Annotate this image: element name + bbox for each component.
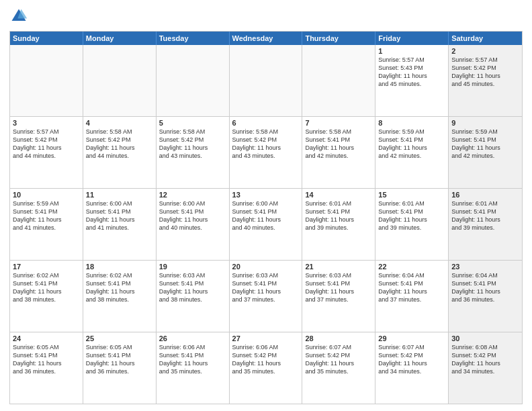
cell-info: Sunrise: 6:03 AM Sunset: 5:41 PM Dayligh… bbox=[305, 271, 372, 304]
day-number: 13 bbox=[232, 191, 300, 199]
cell-info: Sunrise: 5:59 AM Sunset: 5:41 PM Dayligh… bbox=[13, 199, 80, 232]
cell-info: Sunrise: 6:02 AM Sunset: 5:41 PM Dayligh… bbox=[13, 271, 80, 304]
calendar-cell: 16Sunrise: 6:01 AM Sunset: 5:41 PM Dayli… bbox=[449, 189, 522, 260]
day-number: 19 bbox=[159, 263, 226, 271]
cell-info: Sunrise: 6:04 AM Sunset: 5:41 PM Dayligh… bbox=[378, 271, 445, 304]
calendar-row: 10Sunrise: 5:59 AM Sunset: 5:41 PM Dayli… bbox=[10, 188, 522, 260]
day-number: 20 bbox=[232, 263, 300, 271]
day-number: 21 bbox=[305, 263, 372, 271]
weekday-header: Thursday bbox=[302, 32, 375, 45]
cell-info: Sunrise: 6:02 AM Sunset: 5:41 PM Dayligh… bbox=[86, 271, 153, 304]
cell-info: Sunrise: 6:03 AM Sunset: 5:41 PM Dayligh… bbox=[232, 271, 300, 304]
weekday-header: Monday bbox=[83, 32, 157, 45]
weekday-header: Saturday bbox=[449, 32, 522, 45]
day-number: 16 bbox=[451, 191, 519, 199]
calendar-cell: 7Sunrise: 5:58 AM Sunset: 5:41 PM Daylig… bbox=[302, 117, 375, 188]
day-number: 28 bbox=[305, 334, 372, 342]
cell-info: Sunrise: 5:57 AM Sunset: 5:42 PM Dayligh… bbox=[451, 56, 519, 89]
calendar-cell: 6Sunrise: 5:58 AM Sunset: 5:42 PM Daylig… bbox=[230, 117, 303, 188]
calendar-cell: 3Sunrise: 5:57 AM Sunset: 5:42 PM Daylig… bbox=[10, 117, 83, 188]
day-number: 18 bbox=[86, 263, 153, 271]
day-number: 7 bbox=[305, 119, 372, 127]
calendar-cell: 8Sunrise: 5:59 AM Sunset: 5:41 PM Daylig… bbox=[375, 117, 449, 188]
calendar-header: SundayMondayTuesdayWednesdayThursdayFrid… bbox=[10, 32, 522, 45]
day-number: 24 bbox=[13, 334, 80, 342]
cell-info: Sunrise: 5:59 AM Sunset: 5:41 PM Dayligh… bbox=[451, 128, 519, 161]
calendar-cell: 25Sunrise: 6:05 AM Sunset: 5:41 PM Dayli… bbox=[83, 332, 157, 404]
day-number: 26 bbox=[159, 334, 226, 342]
cell-info: Sunrise: 6:06 AM Sunset: 5:41 PM Dayligh… bbox=[159, 343, 226, 376]
weekday-header: Sunday bbox=[10, 32, 83, 45]
day-number: 12 bbox=[159, 191, 226, 199]
cell-info: Sunrise: 6:07 AM Sunset: 5:42 PM Dayligh… bbox=[305, 343, 372, 376]
cell-info: Sunrise: 6:01 AM Sunset: 5:41 PM Dayligh… bbox=[378, 199, 445, 232]
day-number: 10 bbox=[13, 191, 80, 199]
cell-info: Sunrise: 5:58 AM Sunset: 5:42 PM Dayligh… bbox=[159, 128, 226, 161]
day-number: 8 bbox=[378, 119, 445, 127]
logo bbox=[9, 7, 31, 26]
calendar-cell: 2Sunrise: 5:57 AM Sunset: 5:42 PM Daylig… bbox=[449, 45, 522, 116]
calendar-cell: 29Sunrise: 6:07 AM Sunset: 5:42 PM Dayli… bbox=[375, 332, 449, 404]
cell-info: Sunrise: 5:59 AM Sunset: 5:41 PM Dayligh… bbox=[378, 128, 445, 161]
calendar-cell: 14Sunrise: 6:01 AM Sunset: 5:41 PM Dayli… bbox=[302, 189, 375, 260]
day-number: 2 bbox=[451, 47, 519, 55]
calendar-body: 1Sunrise: 5:57 AM Sunset: 5:43 PM Daylig… bbox=[10, 45, 522, 404]
logo-icon bbox=[9, 7, 28, 26]
cell-info: Sunrise: 6:05 AM Sunset: 5:41 PM Dayligh… bbox=[86, 343, 153, 376]
cell-info: Sunrise: 5:58 AM Sunset: 5:42 PM Dayligh… bbox=[86, 128, 153, 161]
day-number: 11 bbox=[86, 191, 153, 199]
day-number: 30 bbox=[451, 334, 519, 342]
calendar-cell bbox=[230, 45, 303, 116]
calendar-row: 1Sunrise: 5:57 AM Sunset: 5:43 PM Daylig… bbox=[10, 45, 522, 116]
calendar-cell: 5Sunrise: 5:58 AM Sunset: 5:42 PM Daylig… bbox=[157, 117, 230, 188]
cell-info: Sunrise: 6:07 AM Sunset: 5:42 PM Dayligh… bbox=[378, 343, 445, 376]
day-number: 14 bbox=[305, 191, 372, 199]
calendar-cell bbox=[10, 45, 83, 116]
day-number: 17 bbox=[13, 263, 80, 271]
calendar-cell: 11Sunrise: 6:00 AM Sunset: 5:41 PM Dayli… bbox=[83, 189, 157, 260]
calendar-cell bbox=[83, 45, 157, 116]
weekday-header: Friday bbox=[375, 32, 449, 45]
calendar-cell: 19Sunrise: 6:03 AM Sunset: 5:41 PM Dayli… bbox=[157, 261, 230, 332]
cell-info: Sunrise: 6:05 AM Sunset: 5:41 PM Dayligh… bbox=[13, 343, 80, 376]
cell-info: Sunrise: 6:00 AM Sunset: 5:41 PM Dayligh… bbox=[232, 199, 300, 232]
calendar-row: 3Sunrise: 5:57 AM Sunset: 5:42 PM Daylig… bbox=[10, 116, 522, 188]
calendar-cell: 26Sunrise: 6:06 AM Sunset: 5:41 PM Dayli… bbox=[157, 332, 230, 404]
day-number: 5 bbox=[159, 119, 226, 127]
calendar: SundayMondayTuesdayWednesdayThursdayFrid… bbox=[9, 31, 523, 404]
calendar-cell: 24Sunrise: 6:05 AM Sunset: 5:41 PM Dayli… bbox=[10, 332, 83, 404]
weekday-header: Tuesday bbox=[157, 32, 230, 45]
calendar-cell: 18Sunrise: 6:02 AM Sunset: 5:41 PM Dayli… bbox=[83, 261, 157, 332]
day-number: 9 bbox=[451, 119, 519, 127]
calendar-cell: 30Sunrise: 6:08 AM Sunset: 5:42 PM Dayli… bbox=[449, 332, 522, 404]
calendar-cell: 20Sunrise: 6:03 AM Sunset: 5:41 PM Dayli… bbox=[230, 261, 303, 332]
cell-info: Sunrise: 5:57 AM Sunset: 5:43 PM Dayligh… bbox=[378, 56, 445, 89]
cell-info: Sunrise: 6:08 AM Sunset: 5:42 PM Dayligh… bbox=[451, 343, 519, 376]
calendar-cell: 28Sunrise: 6:07 AM Sunset: 5:42 PM Dayli… bbox=[302, 332, 375, 404]
cell-info: Sunrise: 5:58 AM Sunset: 5:41 PM Dayligh… bbox=[305, 128, 372, 161]
day-number: 3 bbox=[13, 119, 80, 127]
day-number: 29 bbox=[378, 334, 445, 342]
cell-info: Sunrise: 6:06 AM Sunset: 5:42 PM Dayligh… bbox=[232, 343, 300, 376]
day-number: 1 bbox=[378, 47, 445, 55]
day-number: 15 bbox=[378, 191, 445, 199]
calendar-cell: 13Sunrise: 6:00 AM Sunset: 5:41 PM Dayli… bbox=[230, 189, 303, 260]
day-number: 23 bbox=[451, 263, 519, 271]
day-number: 4 bbox=[86, 119, 153, 127]
cell-info: Sunrise: 5:58 AM Sunset: 5:42 PM Dayligh… bbox=[232, 128, 300, 161]
calendar-cell: 15Sunrise: 6:01 AM Sunset: 5:41 PM Dayli… bbox=[375, 189, 449, 260]
cell-info: Sunrise: 6:01 AM Sunset: 5:41 PM Dayligh… bbox=[451, 199, 519, 232]
calendar-cell: 12Sunrise: 6:00 AM Sunset: 5:41 PM Dayli… bbox=[157, 189, 230, 260]
calendar-cell: 10Sunrise: 5:59 AM Sunset: 5:41 PM Dayli… bbox=[10, 189, 83, 260]
weekday-header: Wednesday bbox=[230, 32, 303, 45]
calendar-row: 17Sunrise: 6:02 AM Sunset: 5:41 PM Dayli… bbox=[10, 260, 522, 332]
cell-info: Sunrise: 6:04 AM Sunset: 5:41 PM Dayligh… bbox=[451, 271, 519, 304]
day-number: 6 bbox=[232, 119, 300, 127]
calendar-cell bbox=[302, 45, 375, 116]
calendar-cell: 21Sunrise: 6:03 AM Sunset: 5:41 PM Dayli… bbox=[302, 261, 375, 332]
calendar-cell: 23Sunrise: 6:04 AM Sunset: 5:41 PM Dayli… bbox=[449, 261, 522, 332]
calendar-cell: 9Sunrise: 5:59 AM Sunset: 5:41 PM Daylig… bbox=[449, 117, 522, 188]
cell-info: Sunrise: 5:57 AM Sunset: 5:42 PM Dayligh… bbox=[13, 128, 80, 161]
cell-info: Sunrise: 6:00 AM Sunset: 5:41 PM Dayligh… bbox=[86, 199, 153, 232]
cell-info: Sunrise: 6:00 AM Sunset: 5:41 PM Dayligh… bbox=[159, 199, 226, 232]
